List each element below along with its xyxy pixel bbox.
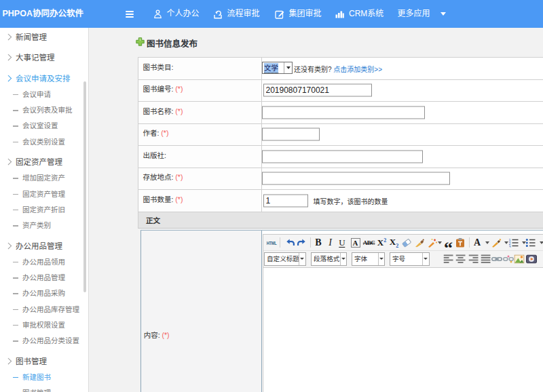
svg-text:3: 3 bbox=[508, 244, 510, 248]
